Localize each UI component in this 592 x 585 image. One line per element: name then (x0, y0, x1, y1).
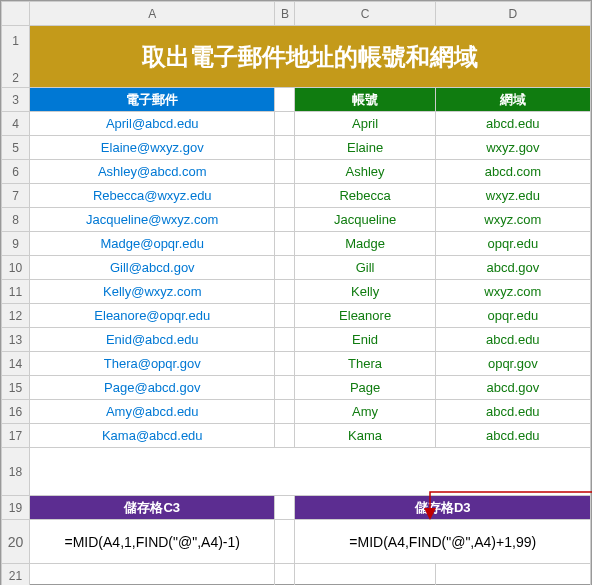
domain-cell[interactable]: abcd.gov (435, 256, 590, 280)
account-cell[interactable]: Rebecca (295, 184, 435, 208)
cell[interactable] (275, 184, 295, 208)
email-cell[interactable]: Page@abcd.gov (30, 376, 275, 400)
account-cell[interactable]: Jacqueline (295, 208, 435, 232)
row-header[interactable]: 6 (2, 160, 30, 184)
row-header[interactable]: 15 (2, 376, 30, 400)
row-header[interactable]: 17 (2, 424, 30, 448)
page-title[interactable]: 取出電子郵件地址的帳號和網域 (30, 26, 591, 88)
col-header-b[interactable]: B (275, 2, 295, 26)
cell[interactable] (275, 256, 295, 280)
account-cell[interactable]: Page (295, 376, 435, 400)
domain-cell[interactable]: abcd.gov (435, 376, 590, 400)
col-header-d[interactable]: D (435, 2, 590, 26)
cell[interactable] (275, 520, 295, 564)
corner-cell[interactable] (2, 2, 30, 26)
cell[interactable] (435, 564, 590, 586)
account-cell[interactable]: Elaine (295, 136, 435, 160)
cell[interactable] (275, 160, 295, 184)
account-cell[interactable]: Thera (295, 352, 435, 376)
cell[interactable] (275, 424, 295, 448)
row-header[interactable]: 18 (2, 448, 30, 496)
account-cell[interactable]: April (295, 112, 435, 136)
row-header[interactable]: 8 (2, 208, 30, 232)
account-cell[interactable]: Kama (295, 424, 435, 448)
row-header[interactable]: 11 (2, 280, 30, 304)
email-cell[interactable]: Amy@abcd.edu (30, 400, 275, 424)
header-domain[interactable]: 網域 (435, 88, 590, 112)
row-header[interactable]: 21 (2, 564, 30, 586)
row-header[interactable]: 19 (2, 496, 30, 520)
account-cell[interactable]: Enid (295, 328, 435, 352)
row-header[interactable]: 4 (2, 112, 30, 136)
account-cell[interactable]: Eleanore (295, 304, 435, 328)
cell[interactable] (275, 376, 295, 400)
domain-cell[interactable]: opqr.gov (435, 352, 590, 376)
cell[interactable] (275, 136, 295, 160)
label-c3[interactable]: 儲存格C3 (30, 496, 275, 520)
row-header[interactable]: 10 (2, 256, 30, 280)
domain-cell[interactable]: wxyz.gov (435, 136, 590, 160)
domain-cell[interactable]: abcd.edu (435, 328, 590, 352)
cell[interactable] (275, 232, 295, 256)
label-d3[interactable]: 儲存格D3 (295, 496, 591, 520)
row-header[interactable]: 12 (2, 26, 30, 88)
cell[interactable] (275, 564, 295, 586)
account-cell[interactable]: Gill (295, 256, 435, 280)
row-header[interactable]: 9 (2, 232, 30, 256)
domain-cell[interactable]: opqr.edu (435, 232, 590, 256)
row-header[interactable]: 13 (2, 328, 30, 352)
email-cell[interactable]: Thera@opqr.gov (30, 352, 275, 376)
header-email[interactable]: 電子郵件 (30, 88, 275, 112)
cell[interactable] (275, 496, 295, 520)
row-header[interactable]: 14 (2, 352, 30, 376)
table-row: 13Enid@abcd.eduEnidabcd.edu (2, 328, 591, 352)
cell[interactable] (275, 208, 295, 232)
table-row: 15Page@abcd.govPageabcd.gov (2, 376, 591, 400)
email-cell[interactable]: Enid@abcd.edu (30, 328, 275, 352)
email-cell[interactable]: Ashley@abcd.com (30, 160, 275, 184)
domain-cell[interactable]: wxyz.com (435, 280, 590, 304)
email-cell[interactable]: Gill@abcd.gov (30, 256, 275, 280)
cell[interactable] (275, 352, 295, 376)
cell[interactable] (275, 400, 295, 424)
cell[interactable] (275, 112, 295, 136)
domain-cell[interactable]: wxyz.edu (435, 184, 590, 208)
domain-cell[interactable]: wxyz.com (435, 208, 590, 232)
domain-cell[interactable]: abcd.com (435, 160, 590, 184)
header-account[interactable]: 帳號 (295, 88, 435, 112)
row-header[interactable]: 5 (2, 136, 30, 160)
table-row: 12Eleanore@opqr.eduEleanoreopqr.edu (2, 304, 591, 328)
account-cell[interactable]: Amy (295, 400, 435, 424)
cell[interactable] (275, 328, 295, 352)
email-cell[interactable]: Kama@abcd.edu (30, 424, 275, 448)
row-header[interactable]: 12 (2, 304, 30, 328)
cell[interactable] (275, 280, 295, 304)
account-cell[interactable]: Kelly (295, 280, 435, 304)
email-cell[interactable]: Elaine@wxyz.gov (30, 136, 275, 160)
email-cell[interactable]: April@abcd.edu (30, 112, 275, 136)
domain-cell[interactable]: abcd.edu (435, 112, 590, 136)
account-cell[interactable]: Madge (295, 232, 435, 256)
email-cell[interactable]: Eleanore@opqr.edu (30, 304, 275, 328)
row-3: 3 電子郵件 帳號 網域 (2, 88, 591, 112)
row-header[interactable]: 16 (2, 400, 30, 424)
cell[interactable] (275, 304, 295, 328)
col-header-a[interactable]: A (30, 2, 275, 26)
domain-cell[interactable]: abcd.edu (435, 424, 590, 448)
email-cell[interactable]: Madge@opqr.edu (30, 232, 275, 256)
col-header-c[interactable]: C (295, 2, 435, 26)
cell[interactable] (295, 564, 435, 586)
email-cell[interactable]: Kelly@wxyz.com (30, 280, 275, 304)
row-header[interactable]: 20 (2, 520, 30, 564)
cell[interactable] (275, 88, 295, 112)
email-cell[interactable]: Rebecca@wxyz.edu (30, 184, 275, 208)
row-header[interactable]: 3 (2, 88, 30, 112)
account-cell[interactable]: Ashley (295, 160, 435, 184)
cell[interactable] (30, 564, 275, 586)
formula-d[interactable]: =MID(A4,FIND("@",A4)+1,99) (295, 520, 591, 564)
row-header[interactable]: 7 (2, 184, 30, 208)
domain-cell[interactable]: opqr.edu (435, 304, 590, 328)
email-cell[interactable]: Jacqueline@wxyz.com (30, 208, 275, 232)
domain-cell[interactable]: abcd.edu (435, 400, 590, 424)
formula-c[interactable]: =MID(A4,1,FIND("@",A4)-1) (30, 520, 275, 564)
